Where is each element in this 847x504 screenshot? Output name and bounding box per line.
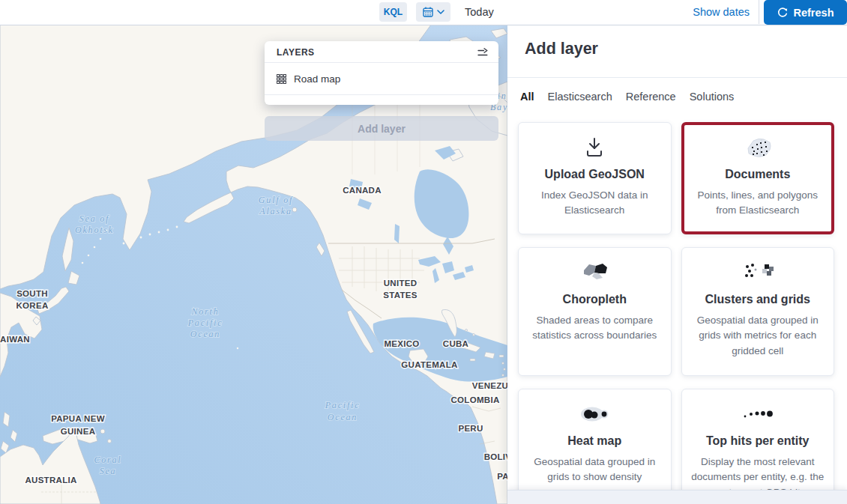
clusters-icon xyxy=(690,260,827,285)
svg-text:AUSTRALIA: AUSTRALIA xyxy=(25,476,76,485)
svg-text:Gulf ofAlaska: Gulf ofAlaska xyxy=(259,195,293,216)
heat-map-icon xyxy=(526,401,663,427)
refresh-icon xyxy=(777,7,788,18)
card-description: Points, lines, and polygons from Elastic… xyxy=(690,188,827,219)
date-picker: Today Show dates xyxy=(409,0,759,24)
svg-text:MEXICO: MEXICO xyxy=(384,339,419,348)
svg-text:VENEZUE: VENEZUE xyxy=(472,381,507,390)
tab-reference[interactable]: Reference xyxy=(626,91,676,103)
flyout-tabs: AllElasticsearchReferenceSolutions xyxy=(520,91,734,103)
map-canvas[interactable]: Sea ofOkhotskGulf ofAlaskaNorthPacificOc… xyxy=(0,25,507,504)
svg-text:BOLIV: BOLIV xyxy=(484,452,507,461)
add-layer-button-disabled[interactable]: Add layer xyxy=(265,116,498,141)
top-query-bar: KQL Today Show dates Refresh xyxy=(0,0,847,25)
svg-text:CUBA: CUBA xyxy=(443,339,468,348)
flyout-footer xyxy=(507,490,847,504)
collapse-panel-icon[interactable] xyxy=(477,48,488,57)
layers-panel-title: LAYERS xyxy=(277,47,315,58)
card-description: Index GeoJSON data in Elasticsearch xyxy=(526,188,663,219)
svg-text:PA: PA xyxy=(497,472,507,481)
tab-solutions[interactable]: Solutions xyxy=(690,91,735,103)
show-dates-link[interactable]: Show dates xyxy=(693,0,750,24)
tab-elasticsearch[interactable]: Elasticsearch xyxy=(548,91,612,103)
card-title: Upload GeoJSON xyxy=(526,168,663,181)
documents-icon xyxy=(690,135,827,160)
grid-icon xyxy=(277,74,286,84)
card-description: Geospatial data grouped in grids with me… xyxy=(690,313,827,359)
choropleth-icon xyxy=(526,260,663,285)
card-title: Heat map xyxy=(526,434,663,448)
refresh-button[interactable]: Refresh xyxy=(764,0,847,25)
svg-text:NorthPacificOcean: NorthPacificOcean xyxy=(187,306,223,339)
upload-geojson-icon xyxy=(526,135,663,160)
search-input[interactable]: KQL xyxy=(0,0,410,24)
calendar-button[interactable] xyxy=(416,2,450,22)
layer-type-card[interactable]: Documents Points, lines, and polygons fr… xyxy=(681,122,835,234)
svg-text:AIWAN: AIWAN xyxy=(0,335,30,344)
refresh-label: Refresh xyxy=(794,7,834,19)
layers-list: Road map xyxy=(265,63,498,94)
kql-badge[interactable]: KQL xyxy=(379,2,407,22)
card-title: Choropleth xyxy=(526,293,663,306)
layers-panel: LAYERS Road map xyxy=(265,41,498,105)
tab-all[interactable]: All xyxy=(520,91,534,103)
chevron-down-icon xyxy=(437,10,444,14)
svg-text:Sea ofOkhotsk: Sea ofOkhotsk xyxy=(75,213,114,235)
svg-text:in: in xyxy=(498,91,507,101)
svg-text:COLOMBIA: COLOMBIA xyxy=(450,395,499,404)
layer-row[interactable]: Road map xyxy=(265,63,498,94)
svg-text:PERU: PERU xyxy=(458,424,483,433)
layer-type-card[interactable]: Heat map Geospatial data grouped in grid… xyxy=(518,389,672,504)
card-description: Geospatial data grouped in grids to show… xyxy=(526,455,663,485)
calendar-icon xyxy=(423,7,433,17)
layer-type-card[interactable]: Choropleth Shaded areas to compare stati… xyxy=(518,247,672,376)
layer-type-cards: Upload GeoJSON Index GeoJSON data in Ela… xyxy=(518,122,834,504)
maps-app-window: KQL Today Show dates Refresh xyxy=(0,0,847,504)
add-layer-flyout: Add layer AllElasticsearchReferenceSolut… xyxy=(507,25,847,504)
card-description: Shaded areas to compare statistics acros… xyxy=(526,313,663,344)
date-value[interactable]: Today xyxy=(465,0,494,24)
top-hits-icon xyxy=(690,401,827,427)
svg-text:GUATEMALA: GUATEMALA xyxy=(401,360,457,369)
card-title: Top hits per entity xyxy=(690,434,827,448)
svg-text:CANADA: CANADA xyxy=(343,186,382,195)
card-title: Clusters and grids xyxy=(690,293,827,306)
layer-type-card[interactable]: Upload GeoJSON Index GeoJSON data in Ela… xyxy=(518,122,672,234)
flyout-title: Add layer xyxy=(525,40,598,58)
divider xyxy=(507,77,847,78)
card-title: Documents xyxy=(690,168,827,181)
layer-type-card[interactable]: Clusters and grids Geospatial data group… xyxy=(681,247,835,376)
layer-type-card[interactable]: Top hits per entity Display the most rel… xyxy=(681,389,835,504)
layer-label: Road map xyxy=(294,73,340,85)
